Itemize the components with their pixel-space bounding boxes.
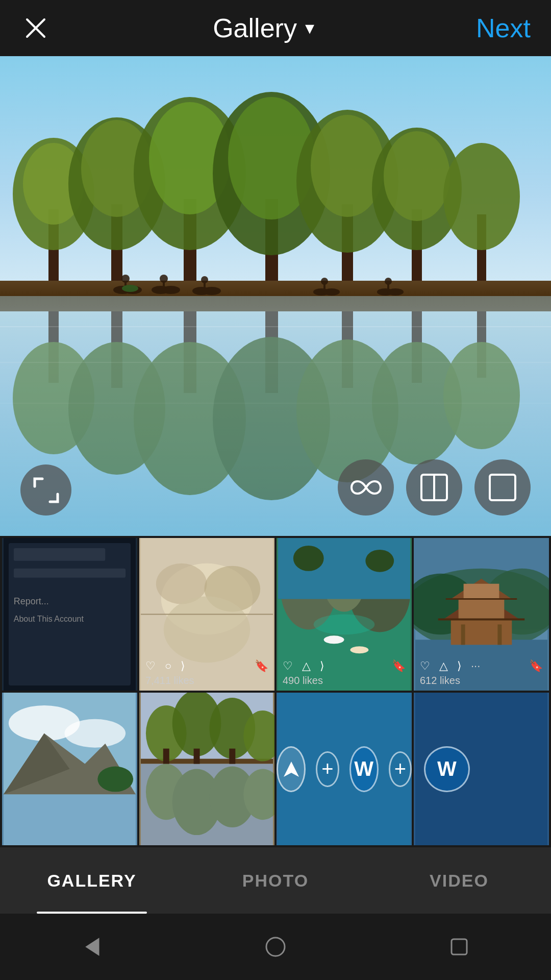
svg-point-86 [293, 546, 324, 571]
thumbnail-2[interactable]: ♡ ○ ⟩ 🔖 7,411 likes [139, 538, 274, 691]
action-buttons [338, 459, 531, 516]
likes-count-4: 612 likes [420, 675, 543, 687]
svg-point-28 [121, 275, 130, 283]
heart-icon-3: ♡ [283, 659, 293, 673]
square-view-button[interactable] [474, 459, 531, 516]
svg-marker-131 [87, 939, 98, 954]
svg-rect-105 [497, 624, 502, 645]
svg-rect-44 [387, 284, 389, 292]
tab-bar: GALLERY PHOTO VIDEO [0, 847, 551, 914]
svg-point-112 [97, 767, 133, 792]
svg-point-90 [314, 615, 375, 635]
app-overlay-7: + W + [277, 693, 412, 845]
share-icon-4: ⟩ [457, 659, 462, 673]
svg-rect-101 [464, 584, 499, 599]
svg-rect-67 [490, 475, 515, 500]
thumbnail-3[interactable]: ♡ △ ⟩ 🔖 490 likes [277, 538, 412, 691]
plus-icon-7b: + [389, 751, 412, 787]
more-icon-4: ··· [471, 659, 480, 673]
svg-rect-97 [451, 619, 512, 645]
svg-rect-133 [452, 939, 467, 954]
thumbnail-1[interactable]: Report... About This Account [2, 538, 137, 691]
svg-rect-70 [14, 548, 105, 561]
svg-rect-104 [461, 624, 465, 645]
svg-rect-3 [0, 281, 551, 296]
svg-rect-122 [194, 749, 200, 764]
svg-point-89 [350, 646, 368, 653]
svg-point-43 [387, 288, 404, 296]
svg-text:About This Account: About This Account [14, 615, 84, 623]
svg-point-109 [65, 719, 126, 748]
bookmark-icon-3: 🔖 [392, 659, 406, 673]
likes-count-2: 7,411 likes [145, 675, 268, 687]
svg-point-32 [160, 275, 168, 283]
app-overlay-8: W [414, 693, 549, 845]
tab-photo-label: PHOTO [242, 871, 309, 891]
heart-icon: ♡ [145, 659, 156, 673]
thumbnail-5[interactable] [2, 693, 137, 845]
gallery-selector[interactable]: Gallery ▾ [213, 13, 314, 43]
top-bar: Gallery ▾ Next [0, 0, 551, 56]
thumbnail-grid: Report... About This Account ♡ ○ ⟩ 🔖 7,4… [0, 536, 551, 847]
tab-gallery[interactable]: GALLERY [0, 847, 184, 914]
crop-button[interactable] [20, 464, 71, 516]
plus-icon-7a: + [316, 751, 339, 787]
svg-point-45 [385, 278, 392, 285]
share-icon: ⟩ [181, 659, 185, 673]
svg-rect-85 [278, 538, 410, 599]
main-preview [0, 56, 551, 536]
svg-point-39 [323, 288, 340, 296]
svg-rect-121 [163, 749, 169, 764]
tab-video[interactable]: VIDEO [367, 847, 551, 914]
wordpress-icon-7: W [349, 746, 379, 792]
svg-rect-31 [163, 282, 165, 290]
svg-rect-123 [229, 749, 235, 764]
comment-icon: ○ [165, 659, 171, 673]
svg-point-87 [365, 550, 394, 572]
heart-icon-4: ♡ [420, 659, 430, 673]
home-nav-button[interactable] [255, 926, 296, 967]
tab-photo[interactable]: PHOTO [184, 847, 367, 914]
recents-nav-button[interactable] [439, 926, 480, 967]
dropdown-icon: ▾ [305, 17, 314, 39]
likes-count-3: 490 likes [283, 675, 406, 687]
app-icon-7a [277, 746, 306, 792]
svg-rect-40 [323, 284, 325, 292]
svg-point-88 [324, 635, 344, 644]
close-button[interactable] [20, 13, 51, 43]
svg-point-37 [122, 285, 138, 292]
svg-point-78 [164, 597, 250, 663]
svg-point-61 [443, 342, 520, 449]
svg-rect-35 [204, 283, 206, 290]
svg-point-24 [443, 143, 520, 250]
gallery-title: Gallery [213, 13, 297, 43]
comment-icon-3: △ [302, 659, 311, 673]
svg-point-132 [266, 938, 285, 956]
thumbnail-6[interactable] [139, 693, 274, 845]
infinity-button[interactable] [338, 459, 394, 516]
svg-point-36 [201, 276, 208, 283]
svg-point-41 [321, 278, 328, 285]
svg-text:Report...: Report... [14, 596, 49, 606]
thumbnail-8[interactable]: W [414, 693, 549, 845]
split-view-button[interactable] [406, 459, 462, 516]
tab-video-label: VIDEO [430, 871, 489, 891]
bookmark-icon: 🔖 [255, 659, 268, 673]
bookmark-icon-4: 🔖 [529, 659, 543, 673]
svg-rect-47 [0, 296, 551, 311]
wordpress-icon-8: W [424, 746, 470, 792]
share-icon-3: ⟩ [320, 659, 324, 673]
thumbnail-4[interactable]: ♡ △ ⟩ ··· 🔖 612 likes [414, 538, 549, 691]
tab-gallery-label: GALLERY [47, 871, 136, 891]
next-button[interactable]: Next [476, 13, 531, 43]
back-nav-button[interactable] [71, 926, 112, 967]
nav-bar [0, 914, 551, 980]
comment-icon-4: △ [439, 659, 448, 673]
svg-rect-99 [459, 599, 505, 620]
svg-point-22 [384, 131, 450, 221]
svg-rect-71 [14, 569, 126, 578]
thumbnail-7[interactable]: + W + [277, 693, 412, 845]
